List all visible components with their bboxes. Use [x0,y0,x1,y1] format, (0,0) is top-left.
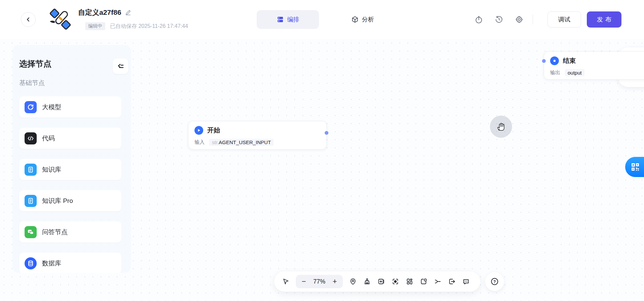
qa-icon [25,226,37,238]
fit-view-icon [392,278,399,285]
debug-button[interactable]: 调试 [547,11,581,28]
end-node-input-port[interactable] [542,59,546,63]
canvas-toolbar: − 77% + [274,271,480,292]
knowledge-pro-icon [25,195,37,207]
section-label: 基础节点 [19,79,45,87]
pencil-icon [125,9,131,15]
start-node[interactable]: 开始 输入 str.AGENT_USER_INPUT [188,121,327,149]
start-input-value: str.AGENT_USER_INPUT [209,139,274,146]
group-frame-button[interactable] [418,275,430,288]
brush-icon [363,278,371,285]
end-node-title: 结束 [563,56,576,65]
chevron-left-icon [25,16,31,23]
back-button[interactable] [21,12,36,27]
help-icon: ? [490,277,499,286]
orchestrate-icon [277,16,284,23]
start-node-title: 开始 [207,126,220,135]
palette-item-label: 知识库 Pro [42,197,73,205]
start-node-output-port[interactable] [325,131,328,135]
palette-item-knowledge-pro[interactable]: 知识库 Pro [19,190,121,211]
palette-item-knowledge[interactable]: 知识库 [19,159,121,180]
top-header: 自定义a27f86 编辑中 已自动保存 2025-11-26 17:47:44 … [0,0,644,39]
workflow-canvas[interactable]: 选择节点 基础节点 大模型 [0,39,644,301]
fit-view-button[interactable] [389,275,401,288]
hand-icon [496,122,506,132]
layout-icon [406,278,413,285]
analyze-cube-icon [351,16,359,23]
node-palette-panel: 选择节点 基础节点 大模型 [12,45,131,273]
knowledge-icon [25,164,37,176]
zoom-in-button[interactable]: + [330,277,339,286]
end-node-icon [550,56,559,65]
collapse-icon [117,62,124,70]
palette-item-label: 大模型 [42,103,61,112]
cursor-icon [282,278,289,285]
palette-item-code[interactable]: 代码 [19,128,121,149]
gear-icon [515,15,523,24]
hand-cursor-indicator [490,116,512,138]
qr-code-icon [631,162,640,172]
palette-item-qa[interactable]: 问答节点 [19,221,121,243]
database-icon [25,257,37,269]
edit-title-button[interactable] [125,9,131,15]
llm-icon [25,101,37,113]
autosave-text: 已自动保存 2025-11-26 17:47:44 [110,23,188,30]
zoom-level: 77% [311,278,327,285]
share-button[interactable] [472,12,486,27]
help-button[interactable]: ? [485,272,504,291]
end-output-value: output [565,69,584,76]
export-icon [448,278,456,285]
end-output-label: 输出 [550,70,560,76]
qr-code-button[interactable] [625,157,644,177]
add-node-icon [378,278,385,285]
zoom-control: − 77% + [296,275,343,288]
palette-item-database[interactable]: 数据库 [19,253,121,273]
tab-analyze[interactable]: 分析 [338,10,387,29]
start-node-icon [194,126,203,135]
palette-item-llm[interactable]: 大模型 [19,96,121,118]
merge-icon [434,278,441,285]
svg-text:?: ? [493,280,496,284]
code-icon [25,132,37,144]
palette-item-label: 数据库 [42,259,61,268]
palette-item-label: 知识库 [42,165,61,174]
location-pin-icon [349,278,357,285]
history-button[interactable] [492,12,506,27]
workflow-editor: 选择节点 基础节点 大模型 [0,0,644,301]
select-cursor-button[interactable] [280,275,292,288]
workflow-title: 自定义a27f86 [78,8,121,17]
panel-title: 选择节点 [19,58,51,69]
comment-icon [462,278,470,285]
workflow-logo [49,8,71,30]
collapse-panel-button[interactable] [113,58,128,74]
tab-label: 分析 [362,15,374,24]
publish-button[interactable]: 发布 [587,11,621,28]
upload-icon [475,15,483,24]
merge-branch-button[interactable] [432,275,444,288]
palette-item-label: 代码 [42,134,55,143]
tab-label: 编排 [287,15,299,24]
locate-button[interactable] [347,275,359,288]
add-node-button[interactable] [375,275,387,288]
clean-layout-button[interactable] [361,275,373,288]
settings-button[interactable] [512,12,526,27]
start-input-label: 输入 [194,139,205,145]
history-icon [495,15,503,24]
export-button[interactable] [446,275,458,288]
auto-layout-button[interactable] [403,275,416,288]
tab-orchestrate[interactable]: 编排 [257,10,319,29]
status-badge: 编辑中 [85,22,105,30]
header-divider [533,14,533,25]
end-node[interactable]: 结束 输出 output [544,51,644,80]
comment-button[interactable] [460,275,472,288]
palette-item-label: 问答节点 [42,228,68,236]
zoom-out-button[interactable]: − [299,277,309,286]
frame-icon [420,278,427,285]
